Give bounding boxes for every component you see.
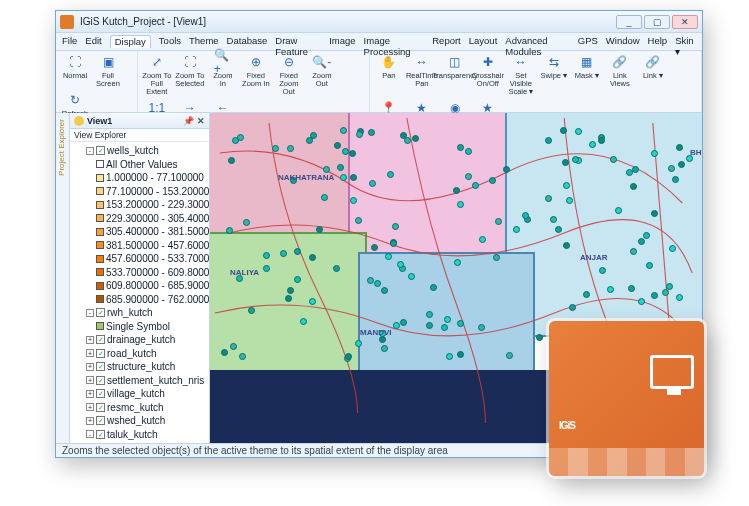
menu-tools[interactable]: Tools (159, 35, 181, 48)
link-button[interactable]: 🔗Link ▾ (638, 53, 668, 96)
menu-image-processing[interactable]: Image Processing (364, 35, 425, 48)
menu-report[interactable]: Report (432, 35, 461, 48)
well-point (287, 145, 294, 152)
menu-draw-feature[interactable]: Draw Feature (275, 35, 321, 48)
layer-tree[interactable]: -✓wells_kutchAll Other Values1.000000 - … (70, 142, 209, 443)
layer-resmc_kutch[interactable]: +✓resmc_kutch (74, 401, 207, 415)
menu-display[interactable]: Display (110, 35, 151, 48)
layer-settlement_kutch_nris[interactable]: +✓settlement_kutch_nris (74, 374, 207, 388)
legend-item[interactable]: 229.300000 - 305.400000 (74, 212, 207, 226)
ribbon-group-zoom-options: ⤢Zoom To Full Extent⛶Zoom To Selected🔍+Z… (138, 51, 370, 112)
menu-database[interactable]: Database (227, 35, 268, 48)
realtime-pan-icon: ↔ (413, 53, 431, 71)
legend-item[interactable]: 685.900000 - 762.000000 (74, 293, 207, 307)
legend-item[interactable]: 609.800000 - 685.900000 (74, 279, 207, 293)
map-label: ANJAR (580, 253, 608, 262)
taluk-item[interactable]: All Other values (74, 441, 207, 443)
window-title: IGiS Kutch_Project - [View1] (80, 16, 614, 27)
pin-icon[interactable]: 📌 ✕ (183, 116, 205, 126)
legend-item[interactable]: Single Symbol (74, 320, 207, 334)
fixed-out-button[interactable]: ⊖Fixed Zoom Out (274, 53, 304, 96)
well-point (368, 129, 375, 136)
menu-theme[interactable]: Theme (189, 35, 219, 48)
ribbon-group-display-functionality: ✋Pan↔RealTime Pan◫Transparency✚Crosshair… (370, 51, 702, 112)
legend-item[interactable]: 153.200000 - 229.300000 (74, 198, 207, 212)
well-point (426, 311, 433, 318)
menu-edit[interactable]: Edit (85, 35, 101, 48)
legend-item[interactable]: All Other Values (74, 158, 207, 172)
legend-item[interactable]: 457.600000 - 533.700000 (74, 252, 207, 266)
mask-button[interactable]: ▦Mask ▾ (572, 53, 602, 96)
layer-rwh_kutch[interactable]: -✓rwh_kutch (74, 306, 207, 320)
logo-text: IGiS (559, 385, 575, 440)
zoom-in-button[interactable]: 🔍+Zoom In (208, 53, 238, 96)
refresh-icon: ↻ (66, 91, 84, 109)
well-point (309, 298, 316, 305)
zoom-sel-button[interactable]: ⛶Zoom To Selected (175, 53, 205, 96)
app-icon (60, 15, 74, 29)
well-point (379, 336, 386, 343)
close-button[interactable]: ✕ (672, 15, 698, 29)
layer-wshed_kutch[interactable]: +✓wshed_kutch (74, 414, 207, 428)
menu-image[interactable]: Image (329, 35, 355, 48)
well-point (294, 248, 301, 255)
well-point (248, 307, 255, 314)
explorer-header: View Explorer (70, 129, 209, 142)
menu-window[interactable]: Window (606, 35, 640, 48)
well-point (672, 176, 679, 183)
map-label: NAKHATRANA (278, 173, 334, 182)
menu-advanced-modules[interactable]: Advanced Modules (505, 35, 569, 48)
minimize-button[interactable]: _ (616, 15, 642, 29)
transparency-button[interactable]: ◫Transparency (440, 53, 470, 96)
fullscreen-button[interactable]: ▣Full Screen (93, 53, 123, 88)
well-point (390, 240, 397, 247)
well-point (465, 148, 472, 155)
fullscreen-icon: ▣ (99, 53, 117, 71)
legend-item[interactable]: 305.400000 - 381.500000 (74, 225, 207, 239)
link-views-icon: 🔗 (611, 53, 629, 71)
ribbon: ⛶Normal▣Full Screen↻RefreshBasic Options… (56, 51, 702, 113)
fixed-out-icon: ⊖ (280, 53, 298, 71)
normal-button[interactable]: ⛶Normal (60, 53, 90, 88)
menu-gps[interactable]: GPS (578, 35, 598, 48)
crosshair-button[interactable]: ✚Crosshair On/Off (473, 53, 503, 96)
menu-file[interactable]: File (62, 35, 77, 48)
well-point (333, 265, 340, 272)
layer-road_kutch[interactable]: +✓road_kutch (74, 347, 207, 361)
well-point (280, 250, 287, 257)
link-views-button[interactable]: 🔗Link Views (605, 53, 635, 96)
layer-drainage_kutch[interactable]: +✓drainage_kutch (74, 333, 207, 347)
set-scale-button[interactable]: ↔Set Visible Scale ▾ (506, 53, 536, 96)
swipe-button[interactable]: ⇆Swipe ▾ (539, 53, 569, 96)
zoom-out-button[interactable]: 🔍-Zoom Out (307, 53, 337, 96)
well-point (638, 238, 645, 245)
legend-item[interactable]: 381.500000 - 457.600000 (74, 239, 207, 253)
view-tab[interactable]: View1 📌 ✕ (70, 113, 209, 129)
pan-button[interactable]: ✋Pan (374, 53, 404, 96)
monitor-icon (650, 355, 694, 389)
maximize-button[interactable]: ▢ (644, 15, 670, 29)
menu-help[interactable]: Help (648, 35, 668, 48)
menu-layout[interactable]: Layout (469, 35, 498, 48)
map-label: NALIYA (230, 268, 259, 277)
well-point (334, 142, 341, 149)
well-point (575, 128, 582, 135)
legend-item[interactable]: 1.000000 - 77.100000 (74, 171, 207, 185)
well-point (342, 148, 349, 155)
well-point (397, 261, 404, 268)
well-point (350, 197, 357, 204)
map-label: MANDVI (360, 328, 392, 337)
layer-village_kutch[interactable]: +✓village_kutch (74, 387, 207, 401)
well-point (228, 157, 235, 164)
legend-item[interactable]: 533.700000 - 609.800000 (74, 266, 207, 280)
legend-item[interactable]: 77.100000 - 153.200000 (74, 185, 207, 199)
well-point (563, 242, 570, 249)
sidebar-tab[interactable]: Project Explorer (56, 113, 70, 443)
pan-icon: ✋ (380, 53, 398, 71)
fixed-in-button[interactable]: ⊕Fixed Zoom In (241, 53, 271, 96)
skin-dropdown[interactable]: Skin ▾ (675, 35, 696, 48)
layer-structure_kutch[interactable]: +✓structure_kutch (74, 360, 207, 374)
layer-taluk_kutch[interactable]: -✓taluk_kutch (74, 428, 207, 442)
layer-wells_kutch[interactable]: -✓wells_kutch (74, 144, 207, 158)
zoom-full-button[interactable]: ⤢Zoom To Full Extent (142, 53, 172, 96)
